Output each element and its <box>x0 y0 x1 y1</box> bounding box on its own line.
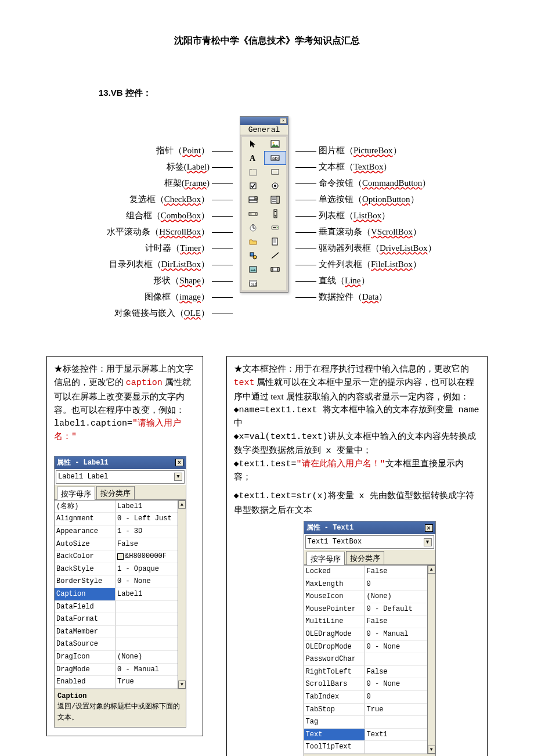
property-name[interactable]: Text <box>304 729 365 741</box>
property-value[interactable]: 0 <box>365 691 427 704</box>
property-name[interactable]: Appearance <box>55 525 116 538</box>
property-value[interactable]: False <box>365 566 427 578</box>
property-value[interactable]: 0 - None <box>116 575 178 588</box>
textbox-icon[interactable]: ab| <box>264 151 286 165</box>
property-value[interactable]: 0 - Manual <box>365 628 427 641</box>
object-selector-combo[interactable]: Label1 Label ▼ <box>56 470 185 484</box>
object-selector-combo[interactable]: Text1 TextBox ▼ <box>305 535 434 549</box>
tab-alphabetic[interactable]: 按字母序 <box>57 487 95 500</box>
property-value[interactable]: Text1 <box>365 729 427 741</box>
close-icon[interactable]: × <box>280 118 287 124</box>
property-value[interactable]: 0 - Manual <box>116 664 178 676</box>
property-value[interactable]: &H8000000F <box>116 550 178 563</box>
property-name[interactable]: Caption <box>55 588 116 601</box>
property-value[interactable]: True <box>365 704 427 717</box>
property-name[interactable]: MouseIcon <box>304 591 365 603</box>
toolbox-tab-general[interactable]: General <box>240 125 288 135</box>
tab-categorized[interactable]: 按分类序 <box>346 551 384 564</box>
pointer-icon[interactable] <box>242 137 264 151</box>
property-value[interactable]: False <box>365 615 427 628</box>
property-value[interactable] <box>365 653 427 666</box>
property-value[interactable]: 0 - None <box>365 641 427 654</box>
property-name[interactable]: MultiLine <box>304 615 365 628</box>
combobox-icon[interactable] <box>242 193 264 207</box>
property-name[interactable]: DataSource <box>55 638 116 651</box>
data-icon[interactable] <box>264 262 286 276</box>
property-value[interactable]: True <box>116 676 178 689</box>
filelist-icon[interactable] <box>264 235 286 249</box>
property-value[interactable]: Label1 <box>116 501 178 513</box>
property-name[interactable]: RightToLeft <box>304 666 365 679</box>
property-value[interactable]: 0 - Default <box>365 603 427 616</box>
property-name[interactable]: MousePointer <box>304 603 365 616</box>
property-value[interactable]: False <box>365 666 427 679</box>
property-name[interactable]: OLEDropMode <box>304 641 365 654</box>
property-name[interactable]: AutoSize <box>55 538 116 551</box>
property-value[interactable] <box>116 601 178 614</box>
property-name[interactable]: BackColor <box>55 550 116 563</box>
property-value[interactable]: 1 - 3D <box>116 525 178 538</box>
diagram-label: 组合框（ComboBox） <box>55 207 235 224</box>
image-icon[interactable] <box>242 262 264 276</box>
property-name[interactable]: DataMember <box>55 626 116 639</box>
scrollbar[interactable]: ▲▼ <box>427 566 435 754</box>
optionbutton-icon[interactable] <box>264 179 286 193</box>
property-name[interactable]: Alignment <box>55 513 116 525</box>
property-value[interactable] <box>365 716 427 729</box>
close-icon[interactable]: × <box>425 524 433 532</box>
scroll-up-icon[interactable]: ▲ <box>178 501 186 509</box>
ole-icon[interactable]: OLE <box>242 276 264 290</box>
chevron-down-icon[interactable]: ▼ <box>174 473 182 481</box>
close-icon[interactable]: × <box>175 459 183 466</box>
vscroll-icon[interactable] <box>264 207 286 221</box>
line-icon[interactable] <box>264 249 286 262</box>
drivelist-icon[interactable] <box>264 221 286 235</box>
property-value[interactable]: Label1 <box>116 588 178 601</box>
property-name[interactable]: DragIcon <box>55 651 116 664</box>
property-name[interactable]: DataField <box>55 601 116 614</box>
property-value[interactable]: 1 - Opaque <box>116 563 178 576</box>
timer-icon[interactable] <box>242 221 264 235</box>
property-name[interactable]: (名称) <box>55 501 116 513</box>
property-value[interactable]: (None) <box>365 591 427 603</box>
property-name[interactable]: Enabled <box>55 676 116 689</box>
scrollbar[interactable]: ▲▼ <box>178 501 186 689</box>
property-name[interactable]: MaxLength <box>304 578 365 591</box>
commandbutton-icon[interactable] <box>264 165 286 179</box>
property-value[interactable]: False <box>116 538 178 551</box>
property-value[interactable]: 0 - None <box>365 678 427 691</box>
dirlist-icon[interactable] <box>242 235 264 249</box>
tab-alphabetic[interactable]: 按字母序 <box>306 552 345 565</box>
checkbox-icon[interactable] <box>242 179 264 193</box>
property-name[interactable]: TabStop <box>304 704 365 717</box>
scroll-down-icon[interactable]: ▼ <box>178 681 186 689</box>
property-name[interactable]: OLEDragMode <box>304 628 365 641</box>
scroll-up-icon[interactable]: ▲ <box>428 566 435 574</box>
tab-categorized[interactable]: 按分类序 <box>96 486 135 499</box>
property-name[interactable]: TabIndex <box>304 691 365 704</box>
property-name[interactable]: BorderStyle <box>55 575 116 588</box>
property-name[interactable]: Locked <box>304 566 365 578</box>
property-value[interactable] <box>116 613 178 626</box>
property-name[interactable]: ScrollBars <box>304 678 365 691</box>
hscroll-icon[interactable] <box>242 207 264 221</box>
property-name[interactable]: DataFormat <box>55 613 116 626</box>
label-icon[interactable]: A <box>242 151 264 165</box>
chevron-down-icon[interactable]: ▼ <box>424 538 432 546</box>
property-name[interactable]: Tag <box>304 716 365 729</box>
property-name[interactable]: DragMode <box>55 664 116 676</box>
property-name[interactable]: ToolTipText <box>304 741 365 754</box>
scroll-down-icon[interactable]: ▼ <box>428 746 435 754</box>
property-name[interactable]: PasswordChar <box>304 653 365 666</box>
frame-icon[interactable]: xv <box>242 165 264 179</box>
property-name[interactable]: BackStyle <box>55 563 116 576</box>
property-value[interactable] <box>365 741 427 754</box>
property-value[interactable]: 0 - Left Just <box>116 513 178 525</box>
picturebox-icon[interactable] <box>264 137 286 151</box>
property-value[interactable]: (None) <box>116 651 178 664</box>
listbox-icon[interactable] <box>264 193 286 207</box>
shape-icon[interactable] <box>242 249 264 262</box>
property-value[interactable]: 0 <box>365 578 427 591</box>
property-value[interactable] <box>116 638 178 651</box>
property-value[interactable] <box>116 626 178 639</box>
